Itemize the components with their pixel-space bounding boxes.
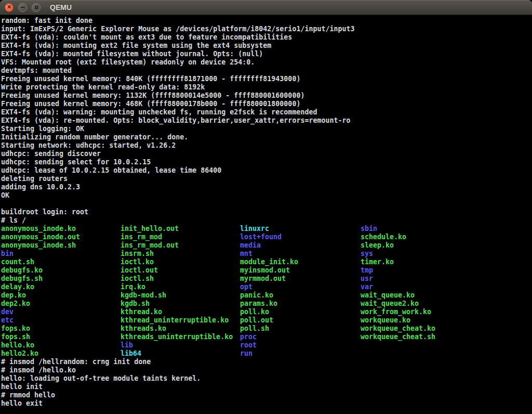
- file-entry: workqueue_cheat.ko: [361, 325, 532, 333]
- log-line: buildroot login: root: [1, 208, 532, 216]
- file-entry: work_from_work.ko: [361, 308, 532, 316]
- maximize-button[interactable]: [32, 3, 41, 12]
- ls-row: hello2.kolib64run: [1, 350, 532, 358]
- file-entry: count.sh: [1, 258, 121, 266]
- window-title: QEMU: [50, 3, 72, 11]
- log-line: Write protecting the kernel read-only da…: [1, 83, 532, 92]
- file-entry: kgdb.sh: [121, 300, 240, 308]
- ls-row: hello.kolibroot: [1, 341, 532, 350]
- file-entry: ioctl.out: [121, 266, 240, 275]
- log-line: [1, 200, 532, 208]
- log-line: deleting routers: [1, 175, 532, 183]
- file-entry: kthreads.ko: [121, 325, 240, 333]
- minimize-button[interactable]: [18, 3, 27, 12]
- empty-cell: [361, 350, 532, 358]
- file-entry: run: [240, 350, 361, 358]
- log-line: EXT4-fs (vda): re-mounted. Opts: block_v…: [1, 117, 532, 125]
- file-entry: debugfs.ko: [1, 266, 121, 275]
- prompt-line: #: [1, 408, 532, 414]
- file-entry: opt: [240, 283, 361, 291]
- file-entry: kthreads_uninterruptible.ko: [121, 333, 240, 341]
- ls-row: dep2.kokgdb.shparams.kowait_queue2.ko: [1, 300, 532, 308]
- file-entry: wait_queue2.ko: [361, 300, 532, 308]
- log-line: udhcpc: lease of 10.0.2.15 obtained, lea…: [1, 166, 532, 175]
- log-line: EXT4-fs (vda): mounting ext2 file system…: [1, 42, 532, 50]
- empty-cell: [361, 341, 532, 350]
- log-line: input: ImExPS/2 Generic Explorer Mouse a…: [1, 25, 532, 33]
- file-entry: module_init.ko: [240, 258, 361, 266]
- log-line: udhcpc: sending discover: [1, 150, 532, 158]
- file-entry: dep.ko: [1, 291, 121, 300]
- file-entry: poll.out: [240, 316, 361, 325]
- file-entry: myinsmod.out: [240, 266, 361, 275]
- log-line: EXT4-fs (vda): couldn't mount as ext3 du…: [1, 33, 532, 42]
- log-line: Freeing unused kernel memory: 840K (ffff…: [1, 75, 532, 83]
- ls-row: etckthread_uninterruptible.kopoll.outwor…: [1, 316, 532, 325]
- file-entry: workqueue.ko: [361, 316, 532, 325]
- log-line: adding dns 10.0.2.3: [1, 183, 532, 191]
- file-entry: poll.ko: [240, 308, 361, 316]
- file-entry: workqueue_cheat.sh: [361, 333, 532, 341]
- log-line: hello: loading out-of-tree module taints…: [1, 374, 532, 383]
- file-entry: lost+found: [240, 233, 361, 241]
- file-entry: anonymous_inode.out: [1, 233, 121, 241]
- titlebar: ✕ QEMU: [0, 0, 532, 15]
- file-entry: kthread.ko: [121, 308, 240, 316]
- file-entry: hello2.ko: [1, 350, 121, 358]
- file-entry: wait_queue.ko: [361, 291, 532, 300]
- file-entry: myrmmod.out: [240, 275, 361, 283]
- file-entry: anonymous_inode.sh: [1, 241, 121, 250]
- log-line: # insmod /hello.ko: [1, 366, 532, 374]
- file-entry: debugfs.sh: [1, 275, 121, 283]
- file-entry: delay.ko: [1, 283, 121, 291]
- ls-row: anonymous_inode.koinit_hello.outlinuxrcs…: [1, 225, 532, 233]
- file-entry: lib: [121, 341, 240, 350]
- file-entry: anonymous_inode.ko: [1, 225, 121, 233]
- file-entry: kgdb-mod.sh: [121, 291, 240, 300]
- file-entry: hello.ko: [1, 341, 121, 350]
- file-entry: irq.ko: [121, 283, 240, 291]
- file-entry: lib64: [121, 350, 240, 358]
- minimize-icon: [21, 7, 24, 8]
- terminal-console[interactable]: random: fast init doneinput: ImExPS/2 Ge…: [0, 16, 532, 414]
- log-line: udhcpc: sending select for 10.0.2.15: [1, 158, 532, 166]
- file-entry: schedule.ko: [361, 233, 532, 241]
- log-line: devtmpfs: mounted: [1, 67, 532, 75]
- file-entry: var: [361, 283, 532, 291]
- ls-output: anonymous_inode.koinit_hello.outlinuxrcs…: [1, 225, 532, 358]
- log-line: hello init: [1, 383, 532, 391]
- file-entry: usr: [361, 275, 532, 283]
- file-entry: ins_rm_mod.out: [121, 241, 240, 250]
- file-entry: fops.sh: [1, 333, 121, 341]
- ls-row: anonymous_inode.shins_rm_mod.outmediasle…: [1, 241, 532, 250]
- shell-output: # insmod /hellrandom: crng init done# in…: [1, 358, 532, 408]
- log-line: # rmmod hello: [1, 391, 532, 399]
- boot-log: random: fast init doneinput: ImExPS/2 Ge…: [1, 17, 532, 225]
- file-entry: timer.ko: [361, 258, 532, 266]
- file-entry: tmp: [361, 266, 532, 275]
- log-line: Freeing unused kernel memory: 1132K (fff…: [1, 92, 532, 100]
- close-icon: ✕: [7, 4, 11, 10]
- file-entry: ins_rm_mod: [121, 233, 240, 241]
- ls-row: fops.kokthreads.kopoll.shworkqueue_cheat…: [1, 325, 532, 333]
- file-entry: proc: [240, 333, 361, 341]
- close-button[interactable]: ✕: [5, 3, 14, 12]
- log-line: Freeing unused kernel memory: 468K (ffff…: [1, 100, 532, 108]
- ls-row: bininsrm.shmntsys: [1, 250, 532, 258]
- file-entry: poll.sh: [240, 325, 361, 333]
- file-entry: mnt: [240, 250, 361, 258]
- file-entry: sleep.ko: [361, 241, 532, 250]
- ls-row: count.shioctl.komodule_init.kotimer.ko: [1, 258, 532, 266]
- ls-row: delay.koirq.kooptvar: [1, 283, 532, 291]
- ls-row: dep.kokgdb-mod.shpanic.kowait_queue.ko: [1, 291, 532, 300]
- file-entry: sbin: [361, 225, 532, 233]
- file-entry: bin: [1, 250, 121, 258]
- log-line: Starting network: udhcpc: started, v1.26…: [1, 141, 532, 150]
- file-entry: etc: [1, 316, 121, 325]
- file-entry: panic.ko: [240, 291, 361, 300]
- log-line: VFS: Mounted root (ext2 filesystem) read…: [1, 58, 532, 67]
- log-line: EXT4-fs (vda): warning: mounting uncheck…: [1, 108, 532, 117]
- log-line: EXT4-fs (vda): mounted filesystem withou…: [1, 50, 532, 58]
- log-line: random: fast init done: [1, 17, 532, 25]
- ls-row: anonymous_inode.outins_rm_modlost+founds…: [1, 233, 532, 241]
